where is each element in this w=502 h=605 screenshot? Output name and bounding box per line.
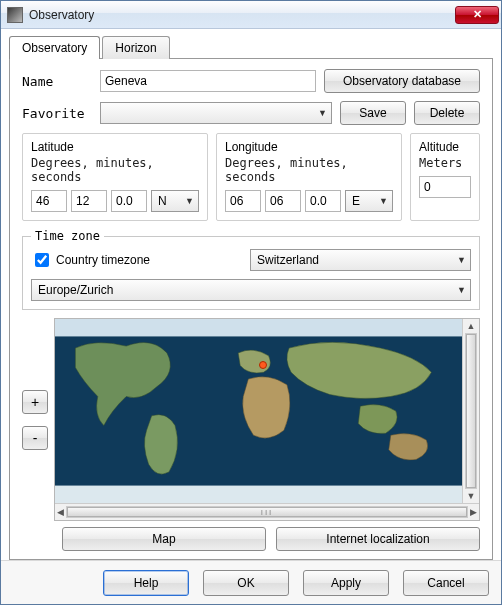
timezone-group: Time zone Country timezone Switzerland ▼… — [22, 229, 480, 310]
lon-deg-input[interactable] — [225, 190, 261, 212]
delete-button[interactable]: Delete — [414, 101, 480, 125]
apply-button[interactable]: Apply — [303, 570, 389, 596]
favorite-label: Favorite — [22, 106, 92, 121]
timezone-value: Europe/Zurich — [38, 283, 113, 297]
window-title: Observatory — [29, 8, 455, 22]
map-vertical-scrollbar[interactable]: ▲ ▼ — [462, 319, 479, 503]
scroll-thumb[interactable]: III — [67, 507, 467, 517]
lat-deg-input[interactable] — [31, 190, 67, 212]
chevron-down-icon: ▼ — [457, 285, 466, 295]
longitude-subtitle: Degrees, minutes, seconds — [225, 156, 393, 184]
scroll-down-icon[interactable]: ▼ — [467, 491, 476, 501]
chevron-down-icon: ▼ — [379, 196, 388, 206]
chevron-down-icon: ▼ — [318, 108, 327, 118]
tab-page-observatory: Name Observatory database Favorite ▼ Sav… — [9, 58, 493, 560]
altitude-title: Altitude — [419, 140, 471, 154]
map-frame: ▲ ▼ ◀ III ▶ — [54, 318, 480, 521]
lon-min-input[interactable] — [265, 190, 301, 212]
longitude-title: Longitude — [225, 140, 393, 154]
scroll-right-icon[interactable]: ▶ — [470, 507, 477, 517]
scroll-left-icon[interactable]: ◀ — [57, 507, 64, 517]
svg-rect-2 — [55, 486, 462, 503]
altitude-group: Altitude Meters — [410, 133, 480, 221]
lat-min-input[interactable] — [71, 190, 107, 212]
lat-sec-input[interactable] — [111, 190, 147, 212]
map-button[interactable]: Map — [62, 527, 266, 551]
longitude-group: Longitude Degrees, minutes, seconds E ▼ — [216, 133, 402, 221]
help-button[interactable]: Help — [103, 570, 189, 596]
close-button[interactable]: ✕ — [455, 6, 499, 24]
name-input[interactable] — [100, 70, 316, 92]
tab-horizon[interactable]: Horizon — [102, 36, 169, 59]
chevron-down-icon: ▼ — [457, 255, 466, 265]
scroll-up-icon[interactable]: ▲ — [467, 321, 476, 331]
name-label: Name — [22, 74, 92, 89]
lat-hemi-value: N — [158, 194, 167, 208]
lat-hemi-combo[interactable]: N ▼ — [151, 190, 199, 212]
lon-sec-input[interactable] — [305, 190, 341, 212]
country-timezone-checkbox-label[interactable]: Country timezone — [31, 250, 240, 270]
location-marker-icon — [259, 361, 267, 369]
dialog-button-bar: Help OK Apply Cancel — [1, 560, 501, 604]
lon-hemi-value: E — [352, 194, 360, 208]
cancel-button[interactable]: Cancel — [403, 570, 489, 596]
zoom-out-button[interactable]: - — [22, 426, 48, 450]
altitude-subtitle: Meters — [419, 156, 471, 170]
save-button[interactable]: Save — [340, 101, 406, 125]
latitude-title: Latitude — [31, 140, 199, 154]
latitude-group: Latitude Degrees, minutes, seconds N ▼ — [22, 133, 208, 221]
zoom-in-button[interactable]: + — [22, 390, 48, 414]
timezone-legend: Time zone — [31, 229, 104, 243]
app-icon — [7, 7, 23, 23]
map-viewport[interactable] — [55, 319, 462, 503]
timezone-combo[interactable]: Europe/Zurich ▼ — [31, 279, 471, 301]
world-map-image — [55, 319, 462, 503]
altitude-input[interactable] — [419, 176, 471, 198]
lon-hemi-combo[interactable]: E ▼ — [345, 190, 393, 212]
tab-observatory[interactable]: Observatory — [9, 36, 100, 59]
country-timezone-checkbox[interactable] — [35, 253, 49, 267]
map-horizontal-scrollbar[interactable]: ◀ III ▶ — [55, 503, 479, 520]
tabstrip: Observatory Horizon — [9, 35, 493, 58]
country-value: Switzerland — [257, 253, 319, 267]
chevron-down-icon: ▼ — [185, 196, 194, 206]
country-timezone-text: Country timezone — [56, 253, 150, 267]
country-combo[interactable]: Switzerland ▼ — [250, 249, 471, 271]
titlebar: Observatory ✕ — [1, 1, 501, 29]
svg-rect-1 — [55, 319, 462, 336]
favorite-combo[interactable]: ▼ — [100, 102, 332, 124]
latitude-subtitle: Degrees, minutes, seconds — [31, 156, 199, 184]
internet-localization-button[interactable]: Internet localization — [276, 527, 480, 551]
observatory-database-button[interactable]: Observatory database — [324, 69, 480, 93]
ok-button[interactable]: OK — [203, 570, 289, 596]
